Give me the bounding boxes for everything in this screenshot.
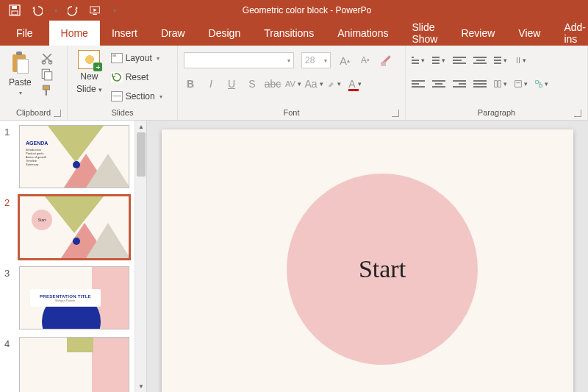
chevron-down-icon: ▾ bbox=[19, 90, 22, 96]
save-icon[interactable] bbox=[9, 4, 21, 16]
change-case-icon[interactable]: Aa bbox=[307, 77, 320, 90]
slide-shape-text[interactable]: Start bbox=[359, 255, 406, 283]
dialog-launcher-icon[interactable] bbox=[392, 110, 399, 117]
font-color-icon[interactable]: A bbox=[348, 77, 362, 90]
group-font-label: Font bbox=[184, 107, 399, 118]
thumbnail-row[interactable]: 4 bbox=[4, 337, 133, 392]
thumbnail-slide-1[interactable]: AGENDA Introduction Product goals Areas … bbox=[19, 125, 129, 188]
reset-label: Reset bbox=[126, 72, 148, 82]
bullets-icon[interactable] bbox=[412, 54, 425, 67]
svg-rect-8 bbox=[44, 72, 51, 80]
group-paragraph-label: Paragraph bbox=[412, 107, 581, 118]
svg-rect-2 bbox=[12, 11, 18, 15]
highlight-icon[interactable] bbox=[328, 77, 341, 90]
underline-icon[interactable]: U bbox=[225, 77, 238, 90]
tab-transitions[interactable]: Transitions bbox=[252, 21, 326, 46]
tab-draw[interactable]: Draw bbox=[149, 21, 197, 46]
character-spacing-icon[interactable]: AV bbox=[287, 77, 300, 90]
bold-icon[interactable]: B bbox=[184, 77, 197, 90]
new-slide-icon: + bbox=[78, 50, 100, 69]
svg-rect-4 bbox=[93, 13, 96, 14]
tab-view[interactable]: View bbox=[506, 21, 552, 46]
redo-icon[interactable] bbox=[68, 4, 79, 16]
svg-rect-1 bbox=[12, 6, 17, 9]
increase-font-icon[interactable]: A▴ bbox=[338, 54, 351, 67]
group-clipboard: Paste ▾ Clipboard bbox=[0, 46, 68, 120]
thumb3-title2: TITLE bbox=[78, 294, 91, 299]
dialog-launcher-icon[interactable] bbox=[574, 110, 581, 117]
new-slide-button[interactable]: + New Slide bbox=[74, 49, 105, 96]
numbering-icon[interactable] bbox=[432, 54, 445, 67]
thumb1-lines: Introduction Product goals Areas of grow… bbox=[26, 148, 46, 166]
dialog-launcher-icon[interactable] bbox=[54, 110, 61, 117]
clear-formatting-icon[interactable] bbox=[379, 54, 392, 67]
thumb3-subtitle: Morgan Palmer bbox=[55, 299, 75, 302]
columns-icon[interactable] bbox=[494, 77, 507, 90]
svg-rect-9 bbox=[43, 85, 49, 90]
thumb1-heading: AGENDA bbox=[26, 140, 48, 146]
section-icon bbox=[111, 91, 123, 101]
tab-design[interactable]: Design bbox=[197, 21, 253, 46]
svg-rect-13 bbox=[498, 81, 501, 88]
tab-addins[interactable]: Add-ins bbox=[552, 21, 588, 46]
layout-button[interactable]: Layout▾ bbox=[111, 50, 162, 66]
start-from-beginning-icon[interactable] bbox=[90, 4, 101, 16]
scroll-up-icon[interactable]: ▲ bbox=[135, 121, 147, 132]
undo-dropdown-icon[interactable]: ▾ bbox=[54, 7, 57, 14]
thumbnail-row[interactable]: 1 AGENDA Introduction Product goals Area… bbox=[4, 125, 133, 188]
slide-thumbnails-pane: 1 AGENDA Introduction Product goals Area… bbox=[0, 121, 147, 392]
line-spacing-icon[interactable] bbox=[494, 54, 507, 67]
current-slide[interactable]: Start bbox=[162, 129, 573, 392]
shadow-icon[interactable]: S bbox=[245, 77, 259, 90]
tab-review[interactable]: Review bbox=[449, 21, 506, 46]
thumbnails-scrollbar[interactable]: ▲ ▼ bbox=[135, 121, 146, 392]
section-button[interactable]: Section▾ bbox=[111, 88, 162, 104]
justify-icon[interactable] bbox=[473, 77, 487, 90]
text-direction-icon[interactable]: II bbox=[514, 54, 528, 67]
slide-editor[interactable]: Start bbox=[147, 121, 588, 392]
group-slides: + New Slide Layout▾ Reset Section▾ Slide… bbox=[68, 46, 178, 120]
copy-icon[interactable] bbox=[40, 68, 54, 81]
thumbnail-row[interactable]: 3 PRESENTATION TITLEMorgan Palmer bbox=[4, 266, 133, 329]
thumbnail-slide-4[interactable] bbox=[19, 337, 129, 392]
thumbnail-number: 4 bbox=[4, 337, 15, 349]
tab-file[interactable]: File bbox=[0, 21, 49, 46]
increase-indent-icon[interactable] bbox=[473, 54, 487, 67]
new-slide-label-1: New bbox=[80, 71, 98, 82]
tab-animations[interactable]: Animations bbox=[326, 21, 400, 46]
group-slides-label: Slides bbox=[74, 107, 171, 118]
reset-icon bbox=[111, 72, 123, 82]
italic-icon[interactable]: I bbox=[204, 77, 218, 90]
thumbnail-slide-3[interactable]: PRESENTATION TITLEMorgan Palmer bbox=[19, 266, 129, 329]
undo-icon[interactable] bbox=[31, 4, 43, 16]
format-painter-icon[interactable] bbox=[40, 84, 54, 97]
align-left-icon[interactable] bbox=[412, 77, 425, 90]
decrease-indent-icon[interactable] bbox=[453, 54, 466, 67]
cut-icon[interactable] bbox=[40, 51, 54, 65]
reset-button[interactable]: Reset bbox=[111, 69, 162, 85]
quick-access-toolbar: ▾ ▾ bbox=[0, 4, 116, 16]
thumbnail-row[interactable]: 2 Start bbox=[4, 196, 133, 259]
align-center-icon[interactable] bbox=[432, 77, 445, 90]
group-paragraph: II Paragraph bbox=[406, 46, 588, 120]
align-right-icon[interactable] bbox=[453, 77, 466, 90]
strikethrough-icon[interactable]: abc bbox=[266, 77, 279, 90]
scroll-down-icon[interactable]: ▼ bbox=[135, 380, 147, 392]
align-text-icon[interactable] bbox=[514, 77, 528, 90]
group-font: ▾ 28▾ A▴ A▾ B I U S abc AV Aa A Font bbox=[178, 46, 406, 120]
font-name-combo[interactable]: ▾ bbox=[184, 52, 294, 68]
scroll-thumb[interactable] bbox=[137, 132, 146, 177]
paste-button[interactable]: Paste ▾ bbox=[6, 49, 35, 98]
svg-rect-12 bbox=[495, 81, 498, 88]
tab-slideshow[interactable]: Slide Show bbox=[400, 21, 449, 46]
smartart-icon[interactable] bbox=[535, 77, 548, 90]
tab-insert[interactable]: Insert bbox=[100, 21, 149, 46]
qat-customize-icon[interactable]: ▾ bbox=[113, 7, 116, 14]
window-title: Geometric color block - PowerPo bbox=[243, 5, 371, 15]
slide-circle-shape[interactable]: Start bbox=[287, 174, 478, 365]
thumbnail-slide-2[interactable]: Start bbox=[19, 196, 129, 259]
layout-label: Layout bbox=[126, 53, 152, 63]
tab-home[interactable]: Home bbox=[49, 21, 100, 46]
font-size-combo[interactable]: 28▾ bbox=[301, 52, 331, 68]
decrease-font-icon[interactable]: A▾ bbox=[359, 54, 372, 67]
